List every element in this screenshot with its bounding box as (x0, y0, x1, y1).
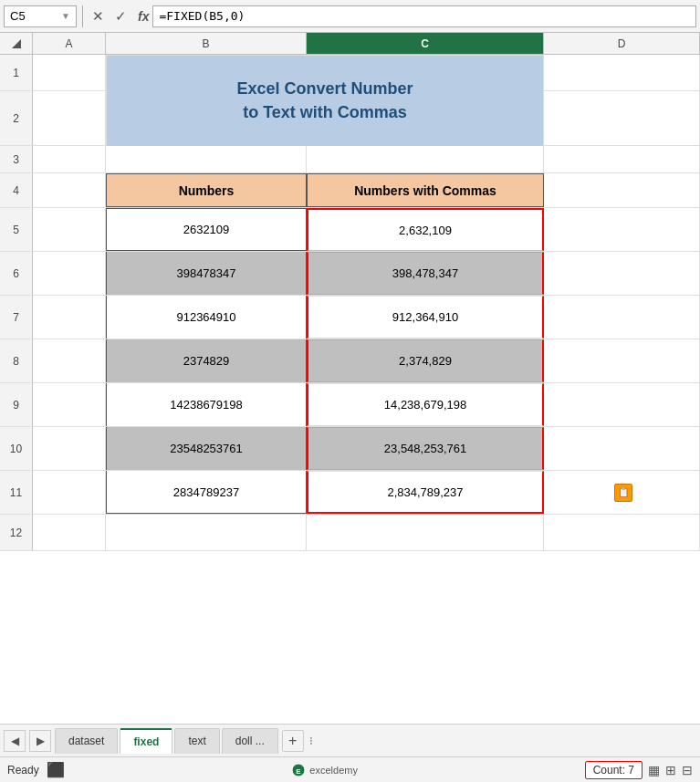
column-headers: A B C D (0, 33, 700, 55)
row-num-9: 9 (0, 383, 33, 426)
cell-b8[interactable]: 2374829 (106, 339, 307, 382)
cell-a10[interactable] (33, 427, 106, 470)
cell-b11[interactable]: 2834789237 (106, 471, 307, 514)
exceldemy-logo-icon: E (291, 763, 306, 777)
row-6: 6 398478347 398,478,347 (0, 252, 700, 296)
spreadsheet-title: Excel Convert Number to Text with Commas (236, 78, 413, 123)
page-break-icon[interactable]: ⊟ (682, 763, 693, 777)
exceldemy-text: exceldemy (309, 765, 358, 776)
cell-b4-header[interactable]: Numbers (106, 173, 307, 207)
row-num-7: 7 (0, 296, 33, 339)
cell-c11[interactable]: 2,834,789,237 (307, 471, 544, 514)
title-cell: Excel Convert Number to Text with Commas (106, 55, 544, 146)
cell-c8[interactable]: 2,374,829 (307, 339, 544, 382)
paste-icon[interactable]: 📋 (614, 484, 632, 502)
cell-a1[interactable] (33, 55, 106, 90)
cell-c10[interactable]: 23,548,253,761 (307, 427, 544, 470)
col-header-a[interactable]: A (33, 33, 106, 55)
col-header-d[interactable]: D (544, 33, 700, 55)
cell-a3[interactable] (33, 146, 106, 172)
cell-d9[interactable] (544, 383, 700, 426)
cell-d1[interactable] (544, 55, 700, 90)
status-bar: Ready ⬛ E exceldemy Count: 7 ▦ ⊞ ⊟ (0, 756, 700, 782)
row-num-1: 1 (0, 55, 33, 90)
row-12: 12 (0, 515, 700, 551)
cell-b10[interactable]: 23548253761 (106, 427, 307, 470)
cell-d6[interactable] (544, 252, 700, 295)
formula-bar: C5 ▼ ✕ ✓ fx (0, 0, 700, 33)
tab-dataset[interactable]: dataset (55, 728, 118, 754)
cell-d8[interactable] (544, 339, 700, 382)
cell-a8[interactable] (33, 339, 106, 382)
cell-d12[interactable] (544, 515, 700, 550)
col-header-b[interactable]: B (106, 33, 307, 55)
row-8: 8 2374829 2,374,829 (0, 339, 700, 383)
cell-a12[interactable] (33, 515, 106, 550)
page-layout-icon[interactable]: ⊞ (665, 763, 676, 777)
status-right: Count: 7 ▦ ⊞ ⊟ (585, 761, 693, 779)
screen-reader-icon: ⬛ (47, 761, 65, 778)
cell-c9[interactable]: 14,238,679,198 (307, 383, 544, 426)
cell-a4[interactable] (33, 173, 106, 207)
normal-view-icon[interactable]: ▦ (648, 763, 660, 777)
fx-icon: fx (138, 9, 149, 24)
row-num-3: 3 (0, 146, 33, 172)
cancel-icon[interactable]: ✕ (89, 6, 108, 26)
row-num-8: 8 (0, 339, 33, 382)
cell-c12[interactable] (307, 515, 544, 550)
cell-c7[interactable]: 912,364,910 (307, 296, 544, 339)
row-num-10: 10 (0, 427, 33, 470)
cell-d4[interactable] (544, 173, 700, 207)
cell-b7[interactable]: 912364910 (106, 296, 307, 339)
cell-d3[interactable] (544, 146, 700, 172)
cell-reference-box[interactable]: C5 ▼ (4, 5, 77, 27)
row-num-6: 6 (0, 252, 33, 295)
tab-doll[interactable]: doll ... (222, 728, 278, 754)
cell-c5[interactable]: 2,632,109 (307, 208, 544, 251)
row-num-12: 12 (0, 515, 33, 550)
cell-a11[interactable] (33, 471, 106, 514)
confirm-icon[interactable]: ✓ (111, 6, 131, 26)
add-sheet-button[interactable]: + (282, 730, 304, 752)
tab-nav-next[interactable]: ▶ (29, 730, 51, 752)
more-sheets-button[interactable]: ⁝ (304, 735, 319, 747)
row-4-header: 4 Numbers Numbers with Commas (0, 173, 700, 208)
cell-a6[interactable] (33, 252, 106, 295)
cell-d10[interactable] (544, 427, 700, 470)
status-left: Ready ⬛ (7, 761, 65, 778)
cell-d2[interactable] (544, 91, 700, 145)
spreadsheet-area: A B C D 1 Excel Convert Number to Text w… (0, 33, 700, 724)
sheet-tab-bar: ◀ ▶ dataset fixed text doll ... + ⁝ (0, 724, 700, 756)
cell-c6[interactable]: 398,478,347 (307, 252, 544, 295)
tab-text[interactable]: text (174, 728, 219, 754)
cell-a5[interactable] (33, 208, 106, 251)
cell-ref-value: C5 (10, 9, 26, 23)
tab-nav-prev[interactable]: ◀ (4, 730, 26, 752)
svg-marker-0 (12, 39, 21, 48)
cell-c4-header[interactable]: Numbers with Commas (307, 173, 544, 207)
row-9: 9 14238679198 14,238,679,198 (0, 383, 700, 427)
exceldemy-logo: E exceldemy (291, 763, 358, 777)
cell-d7[interactable] (544, 296, 700, 339)
cell-b5[interactable]: 2632109 (106, 208, 307, 251)
cell-d11[interactable]: 📋 (544, 471, 700, 514)
cell-b3[interactable] (106, 146, 307, 172)
cell-a9[interactable] (33, 383, 106, 426)
row-10: 10 23548253761 23,548,253,761 (0, 427, 700, 471)
formula-bar-icons: ✕ ✓ (89, 6, 131, 26)
cell-a7[interactable] (33, 296, 106, 339)
cell-b12[interactable] (106, 515, 307, 550)
cell-b6[interactable]: 398478347 (106, 252, 307, 295)
cell-d5[interactable] (544, 208, 700, 251)
tab-fixed[interactable]: fixed (120, 728, 172, 754)
cell-c3[interactable] (307, 146, 544, 172)
row-11: 11 2834789237 2,834,789,237 📋 (0, 471, 700, 515)
col-header-c[interactable]: C (307, 33, 544, 55)
row-7: 7 912364910 912,364,910 (0, 296, 700, 339)
formula-input[interactable] (152, 5, 696, 27)
formula-bar-divider (82, 5, 83, 27)
cell-b9[interactable]: 14238679198 (106, 383, 307, 426)
cell-a2[interactable] (33, 91, 106, 145)
exceldemy-branding: E exceldemy (65, 763, 585, 777)
count-badge: Count: 7 (585, 761, 643, 779)
